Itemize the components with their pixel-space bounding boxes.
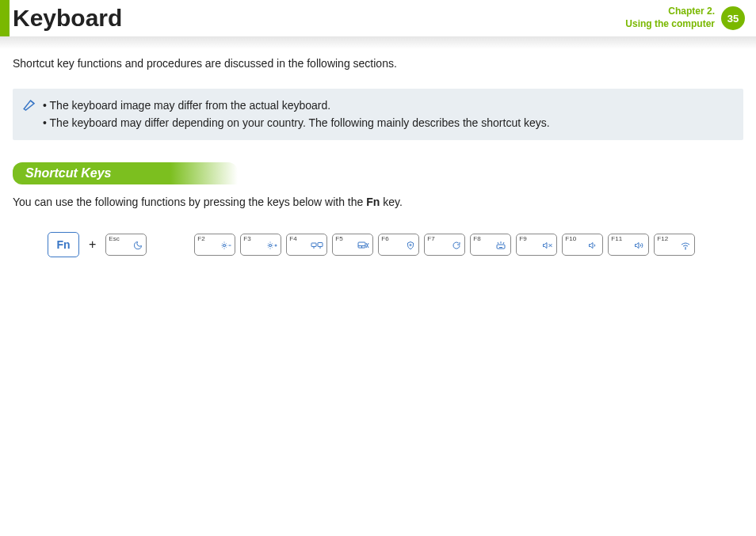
note-list: The keyboard image may differ from the a… <box>43 97 550 132</box>
chapter-line1: Chapter 2. <box>625 6 715 18</box>
f5-label: F5 <box>335 235 342 242</box>
svg-line-16 <box>272 247 273 248</box>
svg-marker-43 <box>590 242 594 248</box>
header-accent-bar <box>0 0 10 36</box>
f4-key: F4 <box>286 234 327 256</box>
desc-bold: Fn <box>366 196 380 208</box>
mute-icon <box>542 239 553 253</box>
brightness-up-icon <box>266 239 277 253</box>
svg-rect-21 <box>311 243 316 247</box>
fn-key: Fn <box>48 232 79 257</box>
svg-line-39 <box>503 242 504 244</box>
svg-point-45 <box>685 249 686 249</box>
f11-key: F11 <box>608 234 649 256</box>
f4-label: F4 <box>289 235 296 242</box>
svg-point-0 <box>223 244 226 246</box>
f8-key: F8 <box>470 234 511 256</box>
f11-label: F11 <box>611 235 622 242</box>
page-title: Keyboard <box>13 5 122 32</box>
display-switch-icon <box>311 239 323 253</box>
f7-label: F7 <box>427 235 434 242</box>
f2-key: F2 <box>194 234 235 256</box>
f2-label: F2 <box>197 235 204 242</box>
esc-key: Esc <box>105 234 147 256</box>
keyboard-light-icon <box>494 239 507 253</box>
svg-line-15 <box>269 243 269 244</box>
f7-key: F7 <box>424 234 465 256</box>
f10-label: F10 <box>565 235 576 242</box>
page-header: Keyboard Chapter 2. Using the computer 3… <box>0 0 756 36</box>
wifi-icon <box>680 239 691 253</box>
svg-rect-23 <box>318 242 323 246</box>
header-shadow <box>0 36 756 49</box>
svg-line-8 <box>226 243 227 244</box>
chapter-block: Chapter 2. Using the computer 35 <box>625 6 745 30</box>
touchpad-icon <box>357 239 369 253</box>
chapter-line2: Using the computer <box>625 18 715 31</box>
f12-label: F12 <box>657 235 668 242</box>
svg-rect-31 <box>497 245 505 249</box>
svg-line-5 <box>223 243 223 244</box>
refresh-icon <box>452 239 461 253</box>
svg-point-10 <box>269 244 272 246</box>
keys-row: Fn + Esc F2 F3 F4 <box>13 232 743 257</box>
f9-key: F9 <box>516 234 557 256</box>
svg-line-7 <box>223 247 223 248</box>
volume-down-icon <box>588 239 599 253</box>
page-number-badge: 35 <box>721 6 745 30</box>
header-left: Keyboard <box>0 0 122 36</box>
plus-sign: + <box>89 238 96 252</box>
svg-marker-40 <box>544 242 548 248</box>
svg-point-30 <box>410 244 411 245</box>
f8-label: F8 <box>473 235 480 242</box>
moon-icon <box>133 239 143 253</box>
note-box: The keyboard image may differ from the a… <box>13 89 743 140</box>
svg-marker-44 <box>636 242 640 248</box>
content-area: Shortcut key functions and procedures ar… <box>0 57 756 257</box>
f6-label: F6 <box>381 235 388 242</box>
f3-key: F3 <box>240 234 281 256</box>
desc-before: You can use the following functions by p… <box>13 196 366 208</box>
note-icon <box>22 98 36 116</box>
f3-label: F3 <box>243 235 250 242</box>
intro-text: Shortcut key functions and procedures ar… <box>13 57 743 70</box>
note-item: The keyboard may differ depending on you… <box>43 114 550 131</box>
section-heading-wrap: Shortcut Keys <box>13 162 743 184</box>
f6-key: F6 <box>378 234 419 256</box>
svg-line-17 <box>269 247 269 248</box>
esc-label: Esc <box>109 235 119 242</box>
svg-line-18 <box>272 243 273 244</box>
svg-line-6 <box>226 247 227 248</box>
f5-key: F5 <box>332 234 373 256</box>
f10-key: F10 <box>562 234 603 256</box>
chapter-text: Chapter 2. Using the computer <box>625 6 715 30</box>
shield-icon <box>406 239 415 253</box>
volume-up-icon <box>634 239 645 253</box>
svg-line-37 <box>498 242 498 244</box>
section-heading: Shortcut Keys <box>13 162 238 184</box>
f12-key: F12 <box>654 234 695 256</box>
brightness-down-icon <box>220 239 231 253</box>
section-desc: You can use the following functions by p… <box>13 196 743 208</box>
note-item: The keyboard image may differ from the a… <box>43 97 550 114</box>
f9-label: F9 <box>519 235 526 242</box>
desc-after: key. <box>380 196 403 208</box>
